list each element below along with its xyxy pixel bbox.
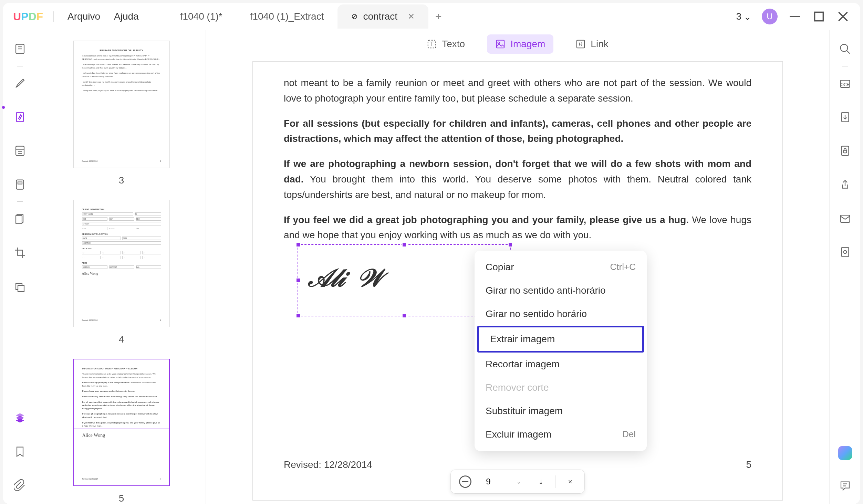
chevron-down-icon: ⌄: [744, 11, 751, 22]
left-sidebar: [3, 30, 37, 504]
context-rotate-ccw[interactable]: Girar no sentido anti-horário: [475, 279, 647, 302]
organize-tool-icon[interactable]: [12, 143, 28, 159]
ocr-icon[interactable]: OCR: [837, 75, 853, 92]
link-tool-button[interactable]: Link: [567, 34, 616, 54]
resize-handle[interactable]: [402, 242, 407, 247]
right-sidebar: OCR: [829, 30, 860, 504]
svg-text:OCR: OCR: [840, 82, 850, 87]
page-navigation-toolbar: ⌄ ⤓ ✕: [450, 470, 585, 494]
document-text: not meant to be a family reunion or meet…: [284, 75, 751, 106]
context-remove-crop: Remover corte: [475, 376, 647, 399]
svg-rect-8: [16, 146, 24, 156]
svg-rect-1: [815, 12, 823, 21]
resize-handle[interactable]: [296, 242, 301, 247]
last-page-button[interactable]: ⤓: [533, 474, 548, 489]
svg-rect-17: [18, 285, 24, 292]
resize-handle[interactable]: [296, 313, 301, 318]
svg-rect-33: [841, 248, 849, 257]
document-text: If we are photographing a newborn sessio…: [284, 156, 751, 202]
bookmark-panel-icon[interactable]: [12, 443, 28, 460]
svg-point-34: [843, 251, 846, 254]
svg-rect-31: [843, 150, 846, 153]
minimize-button[interactable]: [788, 10, 802, 23]
close-icon[interactable]: ✕: [408, 12, 415, 21]
svg-rect-30: [841, 146, 849, 156]
svg-rect-13: [18, 182, 22, 184]
context-extract-image[interactable]: Extrair imagem: [477, 326, 644, 353]
svg-text:T: T: [430, 41, 434, 48]
document-area: T Texto Imagem Link not meant to be a fa…: [206, 30, 829, 504]
crop-tool-icon[interactable]: [12, 244, 28, 261]
context-crop-image[interactable]: Recortar imagem: [475, 353, 647, 376]
menu-file[interactable]: Arquivo: [67, 11, 100, 22]
ai-assistant-icon[interactable]: [838, 446, 852, 460]
titlebar: UPDF Arquivo Ajuda f1040 (1)* f1040 (1)_…: [3, 3, 860, 30]
tab-contract[interactable]: ⊘ contract ✕: [337, 4, 428, 29]
maximize-button[interactable]: [812, 10, 826, 23]
context-menu: Copiar Ctrl+C Girar no sentido anti-horá…: [475, 251, 647, 451]
svg-rect-32: [840, 215, 850, 222]
close-window-button[interactable]: [836, 10, 850, 23]
app-logo: UPDF: [13, 10, 43, 23]
thumbnail-page-3[interactable]: RELEASE AND WAIVER OF LIABILITY In consi…: [58, 41, 185, 186]
svg-rect-15: [16, 216, 22, 224]
svg-point-21: [498, 42, 500, 44]
share-icon[interactable]: [837, 176, 853, 193]
user-avatar[interactable]: U: [762, 9, 778, 24]
resize-handle[interactable]: [296, 278, 301, 283]
context-copy[interactable]: Copiar Ctrl+C: [475, 255, 647, 279]
thumbnail-page-5[interactable]: INFORMATION ABOUT YOUR PHOTOGRAPHY SESSI…: [58, 359, 185, 504]
context-rotate-cw[interactable]: Girar no sentido horário: [475, 302, 647, 326]
search-icon[interactable]: [837, 41, 853, 57]
context-replace-image[interactable]: Substituir imagem: [475, 399, 647, 423]
thumbnails-panel-icon[interactable]: [12, 410, 28, 426]
edit-toolbar: T Texto Imagem Link: [206, 30, 829, 58]
document-text: If you feel we did a great job photograp…: [284, 212, 751, 243]
edit-tool-icon[interactable]: [12, 109, 28, 125]
image-tool-button[interactable]: Imagem: [487, 34, 553, 54]
comment-tool-icon[interactable]: [12, 75, 28, 92]
reader-mode-icon[interactable]: [12, 41, 28, 57]
attachment-panel-icon[interactable]: [12, 477, 28, 494]
signature-image: 𝒜𝓁𝒾 𝒲: [309, 259, 380, 298]
tab-f1040-extract[interactable]: f1040 (1)_Extract: [236, 4, 338, 29]
svg-line-26: [846, 51, 850, 54]
protect-icon[interactable]: [837, 143, 853, 159]
page-number-input[interactable]: [480, 477, 497, 486]
page-tool-icon[interactable]: [12, 211, 28, 227]
add-tab-button[interactable]: +: [435, 10, 442, 23]
document-text: For all sessions (but especially for chi…: [284, 116, 751, 147]
chat-icon[interactable]: [837, 477, 853, 494]
svg-rect-20: [497, 40, 505, 48]
export-icon[interactable]: [837, 109, 853, 125]
email-icon[interactable]: [837, 210, 853, 227]
close-toolbar-button[interactable]: ✕: [562, 474, 578, 489]
next-page-button[interactable]: ⌄: [511, 474, 526, 489]
resize-handle[interactable]: [402, 313, 407, 318]
tab-f1040[interactable]: f1040 (1)*: [166, 4, 236, 29]
zoom-out-button[interactable]: [458, 474, 473, 489]
form-tool-icon[interactable]: [12, 176, 28, 193]
svg-point-25: [840, 44, 848, 52]
resize-handle[interactable]: [508, 242, 513, 247]
batch-icon[interactable]: [837, 244, 853, 260]
text-tool-button[interactable]: T Texto: [418, 34, 473, 54]
tab-count-dropdown[interactable]: 3 ⌄: [736, 11, 751, 22]
svg-rect-12: [16, 180, 23, 189]
redact-tool-icon[interactable]: [12, 278, 28, 295]
tabs-container: f1040 (1)* f1040 (1)_Extract ⊘ contract …: [166, 4, 736, 29]
context-delete-image[interactable]: Excluir imagem Del: [475, 423, 647, 446]
thumbnail-page-4[interactable]: CLIENT INFORMATION FIRST NAMEMI DOBSS#SE…: [58, 200, 185, 345]
thumbnails-panel: RELEASE AND WAIVER OF LIABILITY In consi…: [37, 30, 206, 504]
unsaved-icon: ⊘: [351, 12, 357, 21]
menu-help[interactable]: Ajuda: [114, 11, 139, 22]
